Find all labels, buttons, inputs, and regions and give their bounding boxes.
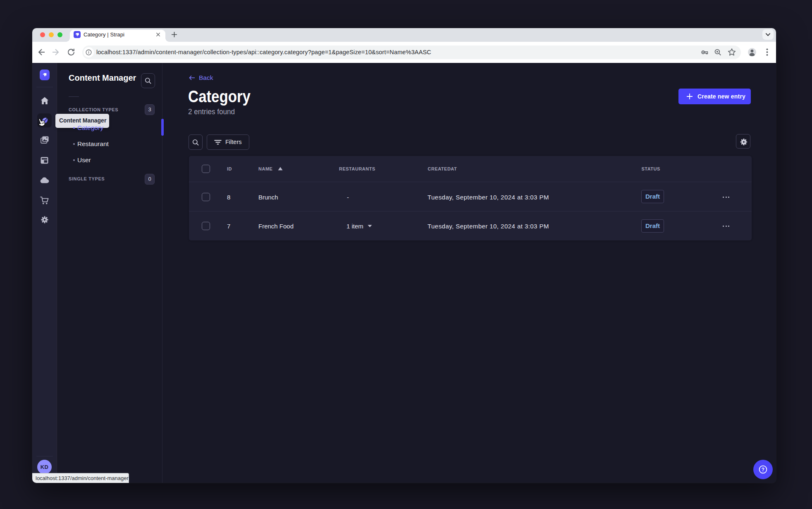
svg-text:?: ? — [762, 466, 764, 472]
